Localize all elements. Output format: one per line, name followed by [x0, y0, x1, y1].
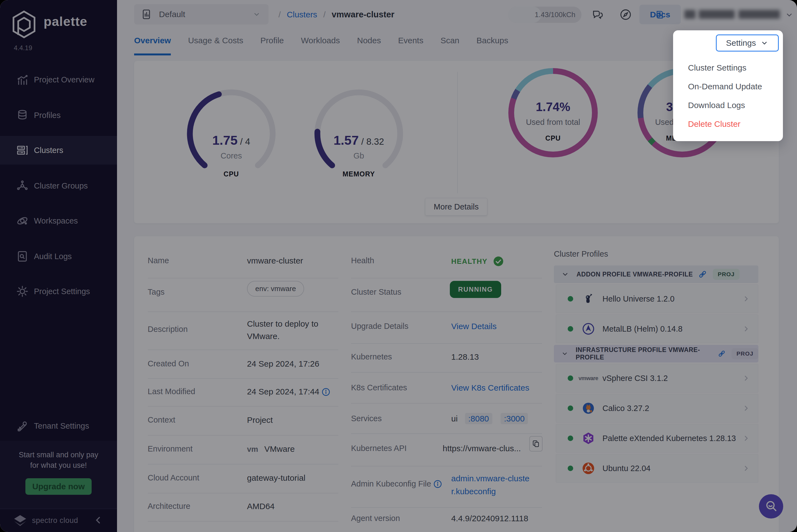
app-window: palette 4.4.19 Project Overview Profiles… — [0, 0, 797, 532]
settings-button[interactable]: Settings — [716, 35, 779, 52]
menu-item-cluster-settings[interactable]: Cluster Settings — [688, 58, 762, 77]
settings-menu: Cluster Settings On-Demand Update Downlo… — [688, 58, 762, 133]
chevron-down-icon — [760, 39, 768, 47]
menu-item-delete-cluster[interactable]: Delete Cluster — [688, 115, 762, 133]
settings-dropdown: Settings Cluster Settings On-Demand Upda… — [673, 30, 783, 141]
menu-item-on-demand-update[interactable]: On-Demand Update — [688, 77, 762, 96]
settings-button-label: Settings — [726, 38, 756, 48]
menu-item-download-logs[interactable]: Download Logs — [688, 96, 762, 115]
